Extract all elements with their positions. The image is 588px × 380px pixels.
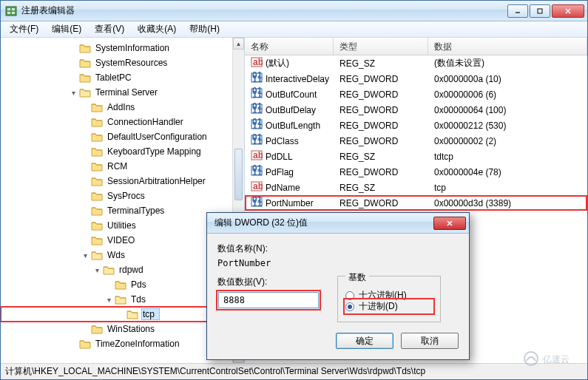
tree-item[interactable]: AddIns (1, 100, 244, 115)
dialog-titlebar[interactable]: 编辑 DWORD (32 位)值 (207, 213, 469, 234)
menu-view[interactable]: 查看(V) (89, 21, 130, 37)
value-name: PdClass (266, 136, 299, 146)
regedit-icon (5, 5, 17, 17)
menu-edit[interactable]: 编辑(E) (46, 21, 87, 37)
svg-text:110: 110 (252, 105, 263, 115)
dialog-title: 编辑 DWORD (32 位)值 (214, 217, 433, 229)
tree-item[interactable]: ConnectionHandler (1, 115, 244, 129)
main-window: 注册表编辑器 文件(F) 编辑(E) 查看(V) 收藏夹(A) 帮助(H) Sy… (0, 0, 588, 380)
expander-icon[interactable]: ▾ (92, 266, 101, 274)
menu-file[interactable]: 文件(F) (4, 21, 44, 37)
value-name: (默认) (266, 57, 289, 69)
svg-text:110: 110 (252, 121, 263, 130)
value-icon: 011110 (251, 72, 263, 86)
value-icon: 011110 (251, 134, 263, 148)
value-name: OutBufDelay (266, 105, 316, 115)
tree-item[interactable]: SysProcs (1, 189, 244, 203)
value-type: REG_DWORD (334, 198, 428, 208)
value-data-input-wrap (217, 291, 320, 309)
tree-item[interactable]: RCM (1, 159, 244, 174)
list-row[interactable]: 011110PdClassREG_DWORD0x00000002 (2) (245, 133, 587, 149)
titlebar[interactable]: 注册表编辑器 (1, 1, 587, 21)
value-type: REG_SZ (334, 58, 428, 69)
tree-item[interactable]: SystemResources (1, 55, 244, 70)
menu-help[interactable]: 帮助(H) (183, 21, 226, 37)
value-data: tcp (428, 183, 587, 193)
list-row[interactable]: 011110PortNumberREG_DWORD0x00000d3d (338… (245, 195, 587, 211)
value-icon: 011110 (251, 118, 263, 132)
column-name[interactable]: 名称 (245, 38, 334, 55)
value-icon: ab (251, 180, 263, 194)
tree-item[interactable]: ▾Terminal Server (1, 85, 244, 100)
list-row[interactable]: abPdNameREG_SZtcp (245, 180, 587, 195)
minimize-button[interactable] (507, 4, 528, 18)
value-data: 0x00000212 (530) (428, 121, 587, 131)
value-type: REG_SZ (334, 183, 428, 193)
radix-dec-label: 十进制(D) (359, 300, 398, 313)
svg-text:110: 110 (252, 198, 263, 208)
value-type: REG_DWORD (334, 121, 428, 131)
svg-rect-4 (12, 12, 15, 14)
value-type: REG_DWORD (334, 74, 428, 84)
tree-item[interactable]: SessionArbitrationHelper (1, 174, 244, 189)
value-data: 0x00000d3d (3389) (428, 198, 587, 208)
tree-item[interactable]: DefaultUserConfiguration (1, 129, 244, 144)
list-row[interactable]: 011110PdFlagREG_DWORD0x0000004e (78) (245, 164, 587, 180)
list-row[interactable]: ab(默认)REG_SZ(数值未设置) (245, 55, 587, 71)
svg-rect-2 (7, 12, 10, 14)
tree-item-label: TabletPC (94, 72, 133, 83)
value-type: REG_DWORD (334, 89, 428, 100)
value-type: REG_SZ (334, 152, 428, 162)
value-data: (数值未设置) (428, 57, 587, 69)
tree-item-label: RCM (106, 161, 129, 172)
tree-item-label: rdpwd (118, 265, 145, 275)
value-name: PdName (266, 183, 300, 193)
scroll-thumb[interactable] (234, 149, 243, 200)
value-data-label: 数值数据(V): (217, 276, 320, 288)
expander-icon[interactable]: ▾ (104, 296, 113, 304)
maximize-button[interactable] (530, 4, 550, 18)
tree-item[interactable]: SystemInformation (1, 41, 244, 55)
close-button[interactable] (552, 4, 584, 18)
value-icon: 011110 (251, 87, 263, 101)
menu-favorites[interactable]: 收藏夹(A) (132, 21, 182, 37)
tree-item-label: Terminal Server (94, 87, 159, 98)
column-type[interactable]: 类型 (334, 38, 428, 55)
tree-item-label: Utilities (106, 220, 138, 231)
tree-item-label: ConnectionHandler (106, 117, 185, 127)
scroll-up-button[interactable]: ▲ (233, 38, 244, 50)
dialog-body: 数值名称(N): PortNumber 数值数据(V): 基数 十六进制(H) (207, 234, 469, 359)
menubar: 文件(F) 编辑(E) 查看(V) 收藏夹(A) 帮助(H) (1, 21, 587, 38)
value-name: PortNumber (266, 198, 314, 208)
radix-dec-radio[interactable]: 十进制(D) (345, 300, 433, 313)
value-data: 0x0000000a (10) (428, 74, 587, 84)
tree-item-label: KeyboardType Mapping (106, 146, 203, 157)
value-data: tdtcp (428, 152, 587, 162)
list-row[interactable]: 011110InteractiveDelayREG_DWORD0x0000000… (245, 71, 587, 86)
value-icon: ab (251, 149, 263, 163)
tree-item[interactable]: TabletPC (1, 70, 244, 85)
tree-item-label: TimeZoneInformation (94, 339, 181, 349)
cancel-button[interactable]: 取消 (401, 333, 459, 349)
tree-item-label: WinStations (106, 324, 156, 334)
svg-rect-3 (12, 8, 15, 10)
value-data-input[interactable] (218, 292, 319, 308)
list-row[interactable]: 011110OutBufCountREG_DWORD0x00000006 (6) (245, 86, 587, 102)
tree-item-label: VIDEO (106, 235, 136, 245)
dialog-close-button[interactable] (433, 217, 466, 230)
radio-icon (345, 291, 354, 300)
svg-text:110: 110 (252, 89, 263, 99)
column-data[interactable]: 数据 (428, 38, 587, 55)
ok-button[interactable]: 确定 (336, 333, 393, 349)
svg-text:110: 110 (252, 74, 263, 84)
expander-icon[interactable]: ▾ (69, 89, 78, 97)
value-type: REG_DWORD (334, 167, 428, 177)
expander-icon[interactable]: ▾ (81, 251, 89, 259)
list-row[interactable]: abPdDLLREG_SZtdtcp (245, 149, 587, 164)
tree-item-label: DefaultUserConfiguration (106, 132, 209, 142)
list-row[interactable]: 011110OutBufLengthREG_DWORD0x00000212 (5… (245, 118, 587, 133)
list-row[interactable]: 011110OutBufDelayREG_DWORD0x00000064 (10… (245, 102, 587, 118)
svg-rect-0 (6, 7, 16, 16)
tree-item[interactable]: KeyboardType Mapping (1, 144, 244, 159)
radio-icon (345, 302, 354, 311)
